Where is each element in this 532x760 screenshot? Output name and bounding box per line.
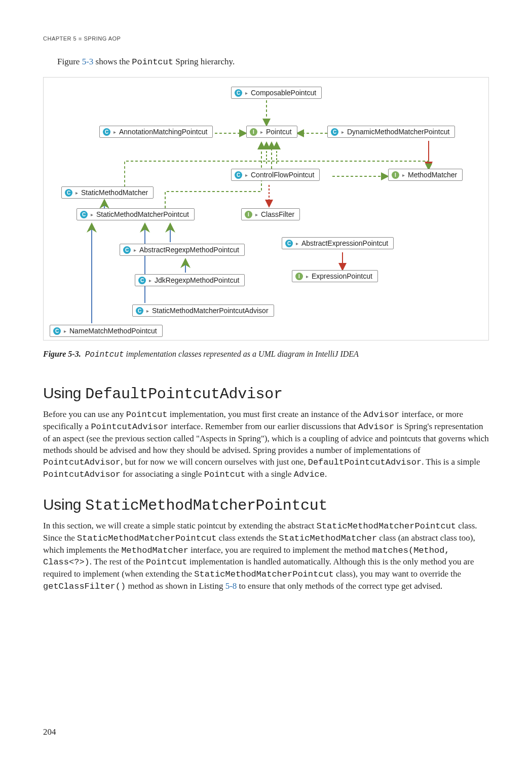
interface-icon: I	[245, 211, 252, 218]
node-classfilter: I▸ClassFilter	[241, 208, 300, 220]
section-heading-static-matcher: Using StaticMethodMatcherPointcut	[43, 496, 489, 514]
figure-caption: Figure 5-3. Pointcut implementation clas…	[43, 350, 489, 359]
class-icon: C	[65, 189, 72, 197]
node-abstractregexp: C▸AbstractRegexpMethodPointcut	[120, 244, 245, 256]
section-body-2: In this section, we will create a simple…	[43, 520, 489, 593]
class-icon: C	[285, 240, 293, 247]
chapter-title: SPRING AOP	[84, 35, 121, 42]
interface-icon: I	[250, 128, 257, 136]
class-icon: C	[80, 211, 88, 218]
separator-icon: ■	[79, 35, 82, 42]
chapter-label: CHAPTER 5	[43, 35, 77, 42]
class-icon: C	[136, 307, 143, 315]
page-number: 204	[43, 727, 56, 737]
node-staticmm: C▸StaticMethodMatcher	[61, 186, 154, 199]
class-icon: C	[123, 246, 131, 254]
uml-diagram: C▸ComposablePointcut C▸AnnotationMatchin…	[43, 77, 489, 340]
node-staticadvisor: C▸StaticMethodMatcherPointcutAdvisor	[132, 305, 274, 317]
section-body-1: Before you can use any Pointcut implemen…	[43, 409, 489, 481]
node-pointcut: I▸Pointcut	[246, 126, 297, 138]
node-methodmatcher: I▸MethodMatcher	[388, 169, 463, 181]
node-staticmmp: C▸StaticMethodMatcherPointcut	[77, 208, 195, 220]
node-dynamic: C▸DynamicMethodMatcherPointcut	[327, 126, 455, 138]
node-jdkregexp: C▸JdkRegexpMethodPointcut	[135, 274, 245, 286]
twist-icon: ▸	[245, 90, 248, 96]
interface-icon: I	[392, 171, 399, 179]
node-controlflow: C▸ControlFlowPointcut	[231, 169, 320, 181]
class-icon: C	[138, 277, 146, 284]
node-abstractexpr: C▸AbstractExpressionPointcut	[282, 237, 394, 249]
chapter-header: CHAPTER 5 ■ SPRING AOP	[43, 35, 489, 42]
node-composable: C▸ComposablePointcut	[231, 87, 322, 99]
interface-icon: I	[295, 273, 303, 280]
figure-ref-link[interactable]: 5-3	[82, 57, 94, 66]
class-icon: C	[235, 89, 242, 97]
class-icon: C	[235, 171, 242, 179]
section-heading-default-advisor: Using DefaultPointcutAdvisor	[43, 385, 489, 403]
class-icon: C	[103, 128, 110, 136]
class-icon: C	[331, 128, 338, 136]
node-annotation: C▸AnnotationMatchingPointcut	[99, 126, 213, 138]
node-namematch: C▸NameMatchMethodPointcut	[50, 325, 163, 337]
class-icon: C	[53, 327, 61, 335]
figure-intro: Figure 5-3 shows the Pointcut Spring hie…	[57, 57, 489, 67]
node-exprpointcut: I▸ExpressionPointcut	[292, 270, 378, 282]
